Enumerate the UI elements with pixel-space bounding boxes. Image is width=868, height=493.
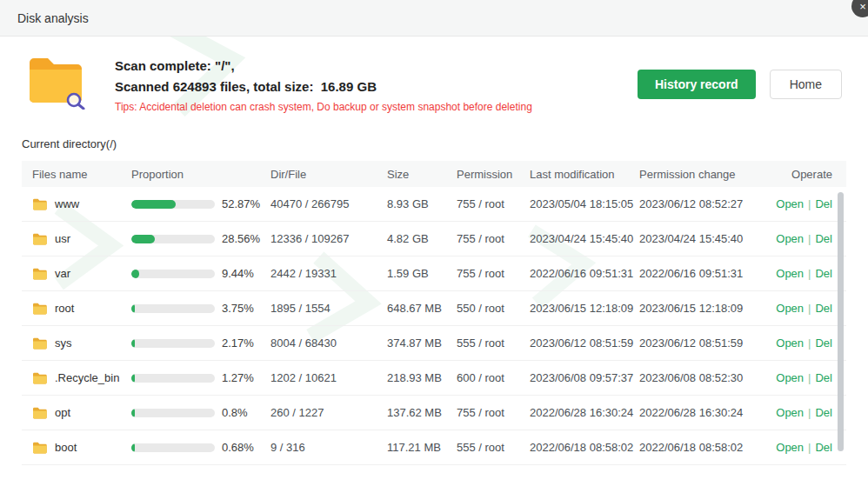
- table-scrollbar[interactable]: [838, 192, 844, 462]
- open-link[interactable]: Open: [776, 336, 804, 350]
- permission-value: 755 / root: [457, 267, 530, 280]
- table-row: .Recycle_bin 1.27% 1202 / 10621 218.93 M…: [22, 361, 846, 396]
- operate-separator: |: [808, 197, 811, 210]
- proportion-fill: [131, 339, 135, 348]
- size-value: 218.93 MB: [387, 371, 457, 384]
- dir-file-count: 8004 / 68430: [270, 336, 387, 350]
- scan-status-line1: Scan complete: "/",: [115, 56, 638, 77]
- proportion-percent: 9.44%: [222, 267, 254, 280]
- table-row: www 52.87% 40470 / 266795 8.93 GB 755 / …: [22, 187, 846, 222]
- open-link[interactable]: Open: [776, 441, 804, 454]
- file-name: root: [55, 302, 74, 315]
- file-name: www: [55, 197, 79, 210]
- proportion-fill: [131, 235, 155, 243]
- folder-icon: [32, 303, 47, 315]
- permission-change: 2023/06/12 08:51:59: [639, 336, 758, 350]
- permission-change: 2023/06/08 08:52:30: [639, 371, 758, 384]
- del-link[interactable]: Del: [815, 336, 832, 350]
- permission-change: 2022/06/28 16:30:24: [639, 406, 758, 419]
- proportion-fill: [131, 270, 139, 278]
- dir-file-count: 260 / 1227: [270, 406, 387, 419]
- home-button[interactable]: Home: [770, 70, 842, 99]
- disk-analysis-window: Disk analysis × Scan complete: "/", Scan…: [0, 0, 868, 493]
- open-link[interactable]: Open: [776, 302, 804, 315]
- operate-separator: |: [808, 232, 811, 245]
- size-value: 1.59 GB: [387, 267, 457, 280]
- column-header-last-modification: Last modification: [530, 168, 639, 181]
- column-header-permission-change: Permission change: [639, 168, 758, 181]
- proportion-fill: [131, 409, 135, 417]
- last-modification: 2023/04/24 15:45:40: [530, 232, 639, 245]
- open-link[interactable]: Open: [776, 371, 804, 384]
- table-row: var 9.44% 2442 / 19331 1.59 GB 755 / roo…: [22, 256, 846, 291]
- table-row: boot 0.68% 9 / 316 117.21 MB 555 / root …: [22, 430, 846, 465]
- proportion-percent: 0.8%: [222, 406, 248, 419]
- titlebar: Disk analysis: [0, 0, 868, 37]
- last-modification: 2022/06/28 16:30:24: [530, 406, 639, 419]
- permission-change: 2023/06/12 08:52:27: [639, 197, 758, 210]
- proportion-fill: [131, 304, 135, 313]
- proportion-bar: [131, 200, 215, 209]
- permission-value: 550 / root: [457, 302, 530, 315]
- open-link[interactable]: Open: [776, 406, 804, 419]
- del-link[interactable]: Del: [815, 302, 832, 315]
- size-value: 117.21 MB: [387, 441, 457, 454]
- proportion-bar: [131, 235, 215, 243]
- dir-file-count: 1202 / 10621: [270, 371, 387, 384]
- table-row: root 3.75% 1895 / 1554 648.67 MB 550 / r…: [22, 291, 846, 326]
- file-name: .Recycle_bin: [55, 371, 119, 384]
- dir-file-count: 12336 / 109267: [270, 232, 387, 245]
- size-value: 4.82 GB: [387, 232, 457, 245]
- last-modification: 2022/06/16 09:51:31: [530, 267, 639, 280]
- folder-icon: [32, 337, 47, 350]
- del-link[interactable]: Del: [815, 441, 832, 454]
- proportion-percent: 52.87%: [222, 197, 260, 210]
- table-body: www 52.87% 40470 / 266795 8.93 GB 755 / …: [22, 187, 846, 465]
- del-link[interactable]: Del: [815, 267, 832, 280]
- permission-value: 555 / root: [457, 336, 530, 350]
- del-link[interactable]: Del: [815, 371, 832, 384]
- operate-separator: |: [808, 336, 811, 350]
- file-name: boot: [55, 441, 77, 454]
- table-row: usr 28.56% 12336 / 109267 4.82 GB 755 / …: [22, 222, 846, 256]
- table-row: sys 2.17% 8004 / 68430 374.87 MB 555 / r…: [22, 326, 846, 361]
- open-link[interactable]: Open: [776, 232, 804, 245]
- proportion-bar: [131, 339, 215, 348]
- history-record-button[interactable]: History record: [638, 70, 756, 99]
- permission-value: 600 / root: [457, 371, 530, 384]
- table-header: Files name Proportion Dir/File Size Perm…: [22, 161, 846, 187]
- dir-file-count: 2442 / 19331: [270, 267, 387, 280]
- open-link[interactable]: Open: [776, 197, 804, 210]
- proportion-percent: 0.68%: [222, 441, 254, 454]
- current-directory-label: Current directory(/): [22, 137, 868, 150]
- last-modification: 2023/06/12 08:51:59: [530, 336, 639, 350]
- files-table: Files name Proportion Dir/File Size Perm…: [22, 161, 846, 465]
- last-modification: 2023/05/04 18:15:05: [530, 197, 639, 210]
- folder-icon: [32, 233, 47, 245]
- folder-icon: [32, 372, 47, 384]
- del-link[interactable]: Del: [815, 406, 832, 419]
- open-link[interactable]: Open: [776, 267, 804, 280]
- column-header-permission: Permission: [457, 168, 530, 181]
- permission-value: 755 / root: [457, 232, 530, 245]
- file-name: sys: [55, 336, 72, 350]
- column-header-size: Size: [387, 168, 457, 181]
- scan-status-line2: Scanned 624893 files, total size: 16.89 …: [115, 77, 638, 97]
- last-modification: 2023/06/08 09:57:37: [530, 371, 639, 384]
- scrollbar-thumb[interactable]: [838, 192, 844, 451]
- proportion-percent: 3.75%: [222, 302, 254, 315]
- permission-change: 2022/06/18 08:58:02: [639, 441, 758, 454]
- folder-icon: [32, 198, 47, 210]
- permission-change: 2023/04/24 15:45:40: [639, 232, 758, 245]
- dir-file-count: 1895 / 1554: [270, 302, 387, 315]
- file-name: opt: [55, 406, 70, 419]
- del-link[interactable]: Del: [815, 197, 832, 210]
- proportion-bar: [131, 409, 215, 417]
- proportion-percent: 2.17%: [222, 336, 254, 350]
- permission-change: 2022/06/16 09:51:31: [639, 267, 758, 280]
- column-header-dir-file: Dir/File: [270, 168, 387, 181]
- proportion-bar: [131, 374, 215, 383]
- del-link[interactable]: Del: [815, 232, 832, 245]
- operate-separator: |: [808, 406, 811, 419]
- tips-text: Tips: Accidental deletion can crash syst…: [115, 101, 638, 113]
